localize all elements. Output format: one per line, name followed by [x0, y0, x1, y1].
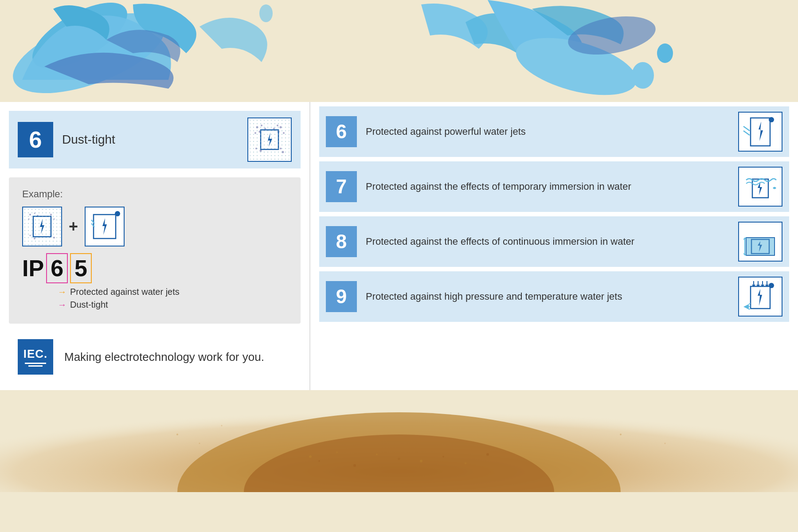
svg-point-18 [255, 148, 257, 149]
right-panel: 6 Protected against powerful water jets … [310, 102, 798, 390]
svg-point-6 [657, 43, 673, 63]
example-dust-icon [22, 207, 62, 246]
arrow-dust-row: → Dust-tight [58, 300, 287, 310]
ip-second-digit: 5 [70, 253, 92, 283]
svg-point-93 [265, 429, 267, 431]
svg-marker-35 [40, 219, 44, 234]
svg-point-11 [259, 131, 261, 133]
svg-point-15 [283, 132, 285, 134]
svg-point-10 [254, 132, 256, 134]
ip-row-7: 7 Protected against the effects of tempo… [319, 161, 789, 212]
example-water-icon [85, 207, 125, 246]
svg-point-28 [54, 219, 55, 220]
svg-point-31 [51, 235, 52, 236]
left-panel: 6 Dust-tight [0, 102, 310, 390]
svg-point-32 [53, 237, 55, 239]
svg-point-83 [442, 456, 444, 458]
arrow-orange-icon: → [58, 287, 66, 297]
svg-point-17 [273, 128, 275, 129]
ip-desc-7: Protected against the effects of tempora… [366, 180, 729, 193]
svg-point-5 [632, 62, 654, 89]
ip-number-8: 8 [326, 226, 357, 257]
svg-point-87 [199, 443, 200, 444]
dust-icon-svg [252, 122, 287, 157]
svg-point-21 [282, 151, 284, 153]
svg-point-29 [30, 235, 31, 236]
svg-line-43 [743, 131, 750, 135]
svg-line-42 [743, 126, 750, 131]
arrow-pink-icon: → [58, 300, 66, 310]
svg-point-82 [420, 460, 422, 462]
svg-rect-40 [751, 118, 770, 146]
svg-point-84 [465, 462, 467, 465]
ip-desc-9: Protected against high pressure and temp… [366, 290, 729, 303]
ip-display: IP 6 5 [22, 253, 287, 283]
arrow-water-row: → Protected against water jets [58, 287, 287, 297]
svg-point-7 [259, 4, 273, 22]
ip-icon-6 [738, 112, 782, 152]
dust-tight-label: Dust-tight [62, 133, 239, 147]
svg-point-86 [176, 434, 178, 435]
ip-number-9: 9 [326, 281, 357, 312]
svg-point-91 [665, 443, 666, 444]
svg-point-27 [50, 214, 52, 215]
svg-point-33 [37, 215, 39, 216]
dust-icon-box [247, 117, 292, 162]
svg-marker-37 [102, 218, 107, 235]
arrow-water-label: Protected against water jets [70, 287, 180, 297]
svg-point-16 [278, 131, 280, 133]
ip-row-6: 6 Protected against powerful water jets [319, 106, 789, 157]
svg-point-8 [256, 126, 258, 129]
svg-point-20 [280, 148, 282, 149]
svg-point-24 [29, 214, 31, 215]
svg-point-78 [336, 451, 338, 454]
svg-point-85 [486, 453, 489, 456]
bottom-sand-area [0, 390, 798, 492]
ip-prefix-text: IP [22, 255, 44, 282]
svg-point-90 [620, 434, 622, 435]
ip-number-6: 6 [326, 116, 357, 147]
svg-point-44 [769, 117, 774, 122]
svg-point-77 [318, 460, 320, 462]
svg-point-76 [309, 455, 312, 458]
svg-point-71 [769, 283, 774, 288]
svg-rect-34 [33, 216, 51, 237]
ip-row-9: 9 Protected against high pressure and te… [319, 271, 789, 322]
svg-line-70 [749, 309, 751, 309]
sand-svg [0, 390, 798, 492]
ip-first-digit: 6 [46, 253, 68, 283]
svg-point-80 [376, 454, 378, 455]
dust-number-badge: 6 [18, 122, 53, 157]
ip-icon-7 [738, 167, 782, 207]
iec-logo: IEC. [18, 339, 53, 375]
ip-icon-9 [738, 277, 782, 317]
svg-point-92 [221, 425, 223, 426]
ip-desc-6: Protected against powerful water jets [366, 125, 729, 138]
svg-point-25 [34, 213, 35, 214]
svg-point-19 [260, 150, 262, 152]
example-formula: + [22, 207, 287, 246]
iec-footer: IEC. Making electrotechnology work for y… [9, 332, 301, 381]
svg-point-79 [353, 464, 356, 467]
iec-tagline: Making electrotechnology work for you. [64, 349, 264, 365]
svg-rect-22 [261, 130, 278, 149]
plus-sign: + [69, 217, 78, 236]
svg-marker-23 [268, 133, 272, 147]
svg-point-30 [34, 238, 35, 239]
svg-point-9 [261, 125, 262, 126]
svg-marker-55 [758, 289, 762, 306]
ip-number-7: 7 [326, 171, 357, 202]
svg-point-12 [264, 128, 266, 129]
svg-point-13 [280, 126, 282, 129]
svg-marker-41 [759, 121, 763, 141]
svg-point-89 [576, 447, 577, 449]
ip-icon-8 [738, 222, 782, 262]
top-splash-area [0, 0, 798, 102]
arrow-dust-label: Dust-tight [70, 300, 108, 310]
svg-point-81 [398, 458, 400, 460]
ip-row-8: 8 Protected against the effects of conti… [319, 216, 789, 267]
example-section: Example: [9, 177, 301, 324]
dust-tight-row: 6 Dust-tight [9, 111, 301, 168]
water-splash-svg [0, 0, 798, 102]
example-label: Example: [22, 188, 287, 200]
